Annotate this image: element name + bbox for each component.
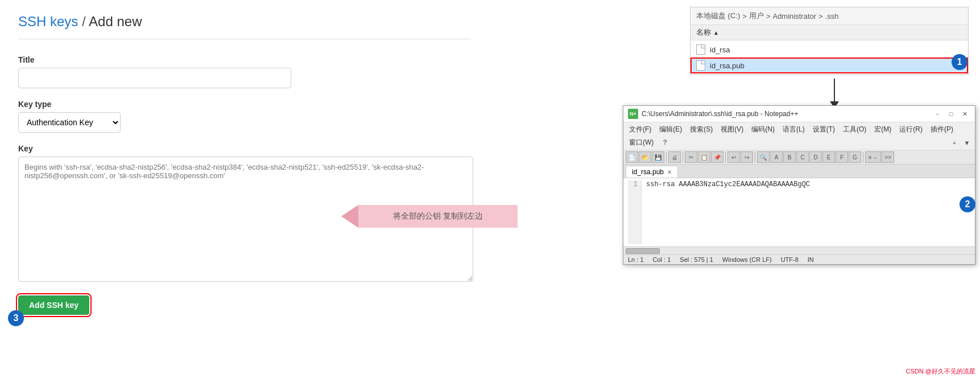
file-name: id_rsa.pub xyxy=(710,61,745,70)
menu-view[interactable]: 视图(V) xyxy=(717,124,747,135)
toolbar-sep-1 xyxy=(666,152,667,162)
notepad-window: N+ C:\Users\Administrator\.ssh\id_rsa.pu… xyxy=(623,105,975,265)
notepad-titlebar: N+ C:\Users\Administrator\.ssh\id_rsa.pu… xyxy=(623,106,975,122)
sort-arrow-icon: ▲ xyxy=(713,30,719,36)
notepad-tabs: id_rsa.pub ✕ xyxy=(623,165,975,178)
toolbar-paste[interactable]: 📌 xyxy=(711,151,723,163)
toolbar-sep-5 xyxy=(863,152,863,162)
toolbar-print[interactable]: 🖨 xyxy=(668,151,681,163)
notepad-window-controls: － □ ✕ xyxy=(932,109,970,119)
title-field-group: Title xyxy=(18,55,471,88)
toolbar-indent[interactable]: ≡→ xyxy=(865,151,881,163)
menu-help[interactable]: ？ xyxy=(658,137,672,149)
tab-label: id_rsa.pub xyxy=(632,168,664,176)
arrow-down xyxy=(830,79,839,108)
watermark: CSDN @好久不见的流星 xyxy=(906,367,975,376)
notepad-title: C:\Users\Administrator\.ssh\id_rsa.pub -… xyxy=(642,110,798,118)
toolbar-redo[interactable]: ↪ xyxy=(741,151,753,163)
toolbar-copy[interactable]: 📋 xyxy=(698,151,710,163)
step-badge-1: 1 xyxy=(952,54,967,70)
file-list-header: 名称 ▲ xyxy=(690,25,968,40)
column-name-label: 名称 xyxy=(696,27,711,38)
menu-file[interactable]: 文件(F) xyxy=(626,124,655,135)
page-title: SSH keys / Add new xyxy=(18,14,471,39)
menu-encoding[interactable]: 编码(N) xyxy=(748,124,778,135)
menu-search[interactable]: 搜索(S) xyxy=(687,124,716,135)
status-sel: Sel : 575 | 1 xyxy=(680,256,713,263)
menu-plugins[interactable]: 插件(P) xyxy=(927,124,957,135)
toolbar-new[interactable]: 📄 xyxy=(626,151,638,163)
title-add-new: Add new xyxy=(89,14,142,29)
notepad-statusbar: Ln : 1 Col : 1 Sel : 575 | 1 Windows (CR… xyxy=(623,254,975,264)
tab-close-icon[interactable]: ✕ xyxy=(667,169,672,175)
add-ssh-key-button[interactable]: Add SSH key xyxy=(18,295,89,315)
notepad-tab-idrsa[interactable]: id_rsa.pub ✕ xyxy=(626,166,678,178)
step-badge-3: 3 xyxy=(8,310,24,326)
key-type-field-group: Key type Authentication Key xyxy=(18,100,471,133)
notepad-toolbar: 📄 📂 💾 🖨 ✂ 📋 📌 ↩ ↪ 🔍 A B C D E F G ≡→ >> xyxy=(623,150,975,165)
toolbar-chevron[interactable]: ▼ xyxy=(961,138,973,148)
toolbar-plus[interactable]: + xyxy=(949,138,960,148)
status-encoding: UTF-8 xyxy=(781,256,799,263)
file-name: id_rsa xyxy=(710,46,730,54)
file-icon xyxy=(696,60,705,71)
toolbar-cut[interactable]: ✂ xyxy=(685,151,697,163)
breadcrumb-c: 本地磁盘 (C:) xyxy=(696,11,740,21)
toolbar-b3[interactable]: C xyxy=(796,151,809,163)
list-item[interactable]: id_rsa xyxy=(690,42,968,57)
left-panel: SSH keys / Add new Title Key type Authen… xyxy=(0,0,489,328)
status-col: Col : 1 xyxy=(653,256,671,263)
ssh-keys-link[interactable]: SSH keys xyxy=(18,14,78,29)
notepad-content: 1 ssh-rsa AAAAB3NzaC1yc2EAAAADAQABAAAABg… xyxy=(623,178,975,246)
arrow-label: 将全部的公钥 复制到左边 xyxy=(358,205,518,228)
file-list: id_rsa id_rsa.pub xyxy=(690,40,968,75)
step-badge-2: 2 xyxy=(960,196,975,212)
list-item[interactable]: id_rsa.pub xyxy=(690,57,968,73)
menu-macro[interactable]: 宏(M) xyxy=(871,124,895,135)
arrow-down-line xyxy=(834,79,835,101)
status-eol: Windows (CR LF) xyxy=(722,256,772,263)
toolbar-b4[interactable]: D xyxy=(809,151,822,163)
toolbar-b1[interactable]: A xyxy=(770,151,783,163)
file-explorer-breadcrumb: 本地磁盘 (C:) > 用户 > Administrator > .ssh xyxy=(690,7,968,25)
arrow-left-container: 将全部的公钥 复制到左边 xyxy=(341,205,518,228)
toolbar-open[interactable]: 📂 xyxy=(639,151,651,163)
file-icon xyxy=(696,44,705,55)
title-separator: / xyxy=(78,14,89,29)
arrow-left-head xyxy=(341,205,358,228)
minimize-button[interactable]: － xyxy=(932,109,943,119)
toolbar-b2[interactable]: B xyxy=(783,151,796,163)
key-label: Key xyxy=(18,144,471,153)
menu-settings[interactable]: 设置(T) xyxy=(809,124,838,135)
menu-run[interactable]: 运行(R) xyxy=(896,124,926,135)
title-label: Title xyxy=(18,55,471,64)
toolbar-sep-4 xyxy=(755,152,755,162)
toolbar-b7[interactable]: G xyxy=(849,151,861,163)
toolbar-save[interactable]: 💾 xyxy=(652,151,664,163)
key-type-select[interactable]: Authentication Key xyxy=(18,112,121,133)
notepad-menubar: 文件(F) 编辑(E) 搜索(S) 视图(V) 编码(N) 语言(L) 设置(T… xyxy=(623,122,975,150)
toolbar-chevron-right[interactable]: >> xyxy=(882,151,894,163)
menu-language[interactable]: 语言(L) xyxy=(779,124,808,135)
notepad-scrollbar[interactable] xyxy=(623,246,975,254)
toolbar-sep-3 xyxy=(725,152,726,162)
scrollbar-thumb[interactable] xyxy=(626,248,660,254)
toolbar-find[interactable]: 🔍 xyxy=(757,151,770,163)
menu-window[interactable]: 窗口(W) xyxy=(626,137,657,149)
key-type-label: Key type xyxy=(18,100,471,109)
status-ln: Ln : 1 xyxy=(628,256,644,263)
menu-tools[interactable]: 工具(O) xyxy=(840,124,870,135)
code-content: ssh-rsa AAAAB3NzaC1yc2EAAAADAQABAAAABgQC xyxy=(646,180,970,244)
maximize-button[interactable]: □ xyxy=(945,109,957,119)
status-ins: IN xyxy=(808,256,814,263)
toolbar-b6[interactable]: F xyxy=(836,151,848,163)
notepad-app-icon: N+ xyxy=(628,109,638,119)
toolbar-undo[interactable]: ↩ xyxy=(727,151,740,163)
menu-edit[interactable]: 编辑(E) xyxy=(656,124,685,135)
toolbar-b5[interactable]: E xyxy=(822,151,835,163)
title-input[interactable] xyxy=(18,68,291,88)
file-explorer: 本地磁盘 (C:) > 用户 > Administrator > .ssh 名称… xyxy=(690,7,969,75)
arrow-left: 将全部的公钥 复制到左边 xyxy=(341,205,518,228)
breadcrumb-admin: Administrator xyxy=(772,12,816,20)
close-button[interactable]: ✕ xyxy=(959,109,970,119)
